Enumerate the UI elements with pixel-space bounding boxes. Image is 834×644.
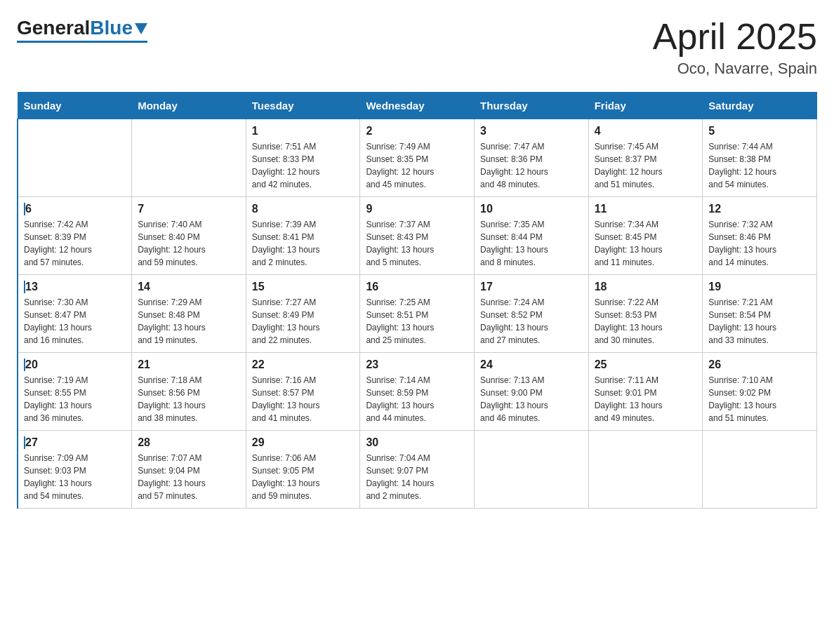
calendar-subtitle: Oco, Navarre, Spain — [653, 60, 817, 78]
logo: General Blue — [17, 17, 147, 43]
day-number: 6 — [24, 203, 126, 215]
calendar-cell: 19Sunrise: 7:21 AMSunset: 8:54 PMDayligh… — [703, 275, 817, 353]
header-friday: Friday — [588, 93, 703, 119]
calendar-cell: 2Sunrise: 7:49 AMSunset: 8:35 PMDaylight… — [360, 119, 475, 197]
calendar-cell — [18, 119, 132, 197]
calendar-cell: 16Sunrise: 7:25 AMSunset: 8:51 PMDayligh… — [360, 275, 475, 353]
day-number: 9 — [366, 203, 468, 215]
logo-general-text: General — [17, 17, 90, 39]
calendar-week-row: 27Sunrise: 7:09 AMSunset: 9:03 PMDayligh… — [18, 431, 817, 509]
day-number: 2 — [366, 125, 468, 137]
calendar-cell: 18Sunrise: 7:22 AMSunset: 8:53 PMDayligh… — [588, 275, 703, 353]
calendar-cell: 29Sunrise: 7:06 AMSunset: 9:05 PMDayligh… — [246, 431, 360, 509]
calendar-cell: 11Sunrise: 7:34 AMSunset: 8:45 PMDayligh… — [588, 197, 703, 275]
day-number: 25 — [595, 358, 697, 371]
day-info: Sunrise: 7:11 AMSunset: 9:01 PMDaylight:… — [595, 374, 697, 424]
day-number: 26 — [708, 358, 811, 371]
day-info: Sunrise: 7:24 AMSunset: 8:52 PMDaylight:… — [480, 296, 583, 347]
day-number: 22 — [252, 358, 355, 371]
calendar-title: April 2025 — [653, 17, 817, 57]
calendar-cell: 15Sunrise: 7:27 AMSunset: 8:49 PMDayligh… — [246, 275, 360, 353]
calendar-week-row: 13Sunrise: 7:30 AMSunset: 8:47 PMDayligh… — [18, 275, 817, 353]
header-thursday: Thursday — [475, 93, 589, 119]
day-info: Sunrise: 7:19 AMSunset: 8:55 PMDaylight:… — [24, 374, 126, 424]
calendar-cell: 23Sunrise: 7:14 AMSunset: 8:59 PMDayligh… — [360, 353, 475, 431]
page-header: General Blue April 2025 Oco, Navarre, Sp… — [17, 17, 817, 78]
logo-blue-text: Blue — [90, 17, 133, 39]
calendar-cell: 26Sunrise: 7:10 AMSunset: 9:02 PMDayligh… — [703, 353, 817, 431]
day-number: 29 — [252, 436, 355, 449]
calendar-cell — [588, 431, 703, 509]
day-number: 1 — [252, 125, 355, 137]
calendar-cell: 1Sunrise: 7:51 AMSunset: 8:33 PMDaylight… — [246, 119, 360, 197]
day-number: 30 — [366, 436, 468, 449]
day-number: 28 — [138, 436, 240, 449]
calendar-cell: 17Sunrise: 7:24 AMSunset: 8:52 PMDayligh… — [475, 275, 589, 353]
day-number: 27 — [24, 436, 126, 449]
calendar-cell: 7Sunrise: 7:40 AMSunset: 8:40 PMDaylight… — [132, 197, 246, 275]
day-info: Sunrise: 7:40 AMSunset: 8:40 PMDaylight:… — [138, 218, 240, 269]
calendar-cell: 10Sunrise: 7:35 AMSunset: 8:44 PMDayligh… — [475, 197, 589, 275]
day-info: Sunrise: 7:04 AMSunset: 9:07 PMDaylight:… — [366, 452, 468, 502]
day-info: Sunrise: 7:07 AMSunset: 9:04 PMDaylight:… — [138, 452, 240, 502]
calendar-cell: 27Sunrise: 7:09 AMSunset: 9:03 PMDayligh… — [18, 431, 132, 509]
calendar-cell: 12Sunrise: 7:32 AMSunset: 8:46 PMDayligh… — [703, 197, 817, 275]
day-number: 4 — [595, 125, 697, 137]
calendar-table: SundayMondayTuesdayWednesdayThursdayFrid… — [17, 92, 817, 509]
day-info: Sunrise: 7:47 AMSunset: 8:36 PMDaylight:… — [480, 140, 583, 191]
day-number: 7 — [138, 203, 240, 215]
calendar-cell: 24Sunrise: 7:13 AMSunset: 9:00 PMDayligh… — [475, 353, 589, 431]
day-info: Sunrise: 7:06 AMSunset: 9:05 PMDaylight:… — [252, 452, 355, 502]
day-number: 8 — [252, 203, 355, 215]
day-number: 17 — [480, 281, 583, 293]
day-number: 15 — [252, 281, 355, 293]
day-info: Sunrise: 7:49 AMSunset: 8:35 PMDaylight:… — [366, 140, 468, 191]
header-sunday: Sunday — [18, 93, 132, 119]
calendar-cell: 8Sunrise: 7:39 AMSunset: 8:41 PMDaylight… — [246, 197, 360, 275]
day-number: 18 — [595, 281, 697, 293]
calendar-cell: 25Sunrise: 7:11 AMSunset: 9:01 PMDayligh… — [588, 353, 703, 431]
day-number: 24 — [480, 358, 583, 371]
day-info: Sunrise: 7:18 AMSunset: 8:56 PMDaylight:… — [138, 374, 240, 424]
day-number: 14 — [138, 281, 240, 293]
day-info: Sunrise: 7:51 AMSunset: 8:33 PMDaylight:… — [252, 140, 355, 191]
calendar-cell — [132, 119, 246, 197]
calendar-cell: 28Sunrise: 7:07 AMSunset: 9:04 PMDayligh… — [132, 431, 246, 509]
calendar-cell: 30Sunrise: 7:04 AMSunset: 9:07 PMDayligh… — [360, 431, 475, 509]
day-info: Sunrise: 7:39 AMSunset: 8:41 PMDaylight:… — [252, 218, 355, 269]
day-info: Sunrise: 7:34 AMSunset: 8:45 PMDaylight:… — [595, 218, 697, 269]
day-info: Sunrise: 7:30 AMSunset: 8:47 PMDaylight:… — [24, 296, 126, 347]
calendar-week-row: 1Sunrise: 7:51 AMSunset: 8:33 PMDaylight… — [18, 119, 817, 197]
day-info: Sunrise: 7:35 AMSunset: 8:44 PMDaylight:… — [480, 218, 583, 269]
calendar-cell — [475, 431, 589, 509]
calendar-cell: 9Sunrise: 7:37 AMSunset: 8:43 PMDaylight… — [360, 197, 475, 275]
day-info: Sunrise: 7:10 AMSunset: 9:02 PMDaylight:… — [708, 374, 811, 424]
day-info: Sunrise: 7:09 AMSunset: 9:03 PMDaylight:… — [24, 452, 126, 502]
day-info: Sunrise: 7:25 AMSunset: 8:51 PMDaylight:… — [366, 296, 468, 347]
day-number: 20 — [24, 358, 126, 371]
day-number: 12 — [708, 203, 811, 215]
day-number: 10 — [480, 203, 583, 215]
day-info: Sunrise: 7:13 AMSunset: 9:00 PMDaylight:… — [480, 374, 583, 424]
logo-divider — [17, 41, 147, 43]
calendar-cell: 20Sunrise: 7:19 AMSunset: 8:55 PMDayligh… — [18, 353, 132, 431]
day-info: Sunrise: 7:16 AMSunset: 8:57 PMDaylight:… — [252, 374, 355, 424]
calendar-cell — [703, 431, 817, 509]
calendar-header-row: SundayMondayTuesdayWednesdayThursdayFrid… — [18, 93, 817, 119]
calendar-cell: 4Sunrise: 7:45 AMSunset: 8:37 PMDaylight… — [588, 119, 703, 197]
header-tuesday: Tuesday — [246, 93, 360, 119]
calendar-cell: 6Sunrise: 7:42 AMSunset: 8:39 PMDaylight… — [18, 197, 132, 275]
calendar-cell: 21Sunrise: 7:18 AMSunset: 8:56 PMDayligh… — [132, 353, 246, 431]
day-info: Sunrise: 7:37 AMSunset: 8:43 PMDaylight:… — [366, 218, 468, 269]
header-wednesday: Wednesday — [360, 93, 475, 119]
title-area: April 2025 Oco, Navarre, Spain — [653, 17, 817, 78]
day-info: Sunrise: 7:42 AMSunset: 8:39 PMDaylight:… — [24, 218, 126, 269]
day-info: Sunrise: 7:45 AMSunset: 8:37 PMDaylight:… — [595, 140, 697, 191]
calendar-week-row: 20Sunrise: 7:19 AMSunset: 8:55 PMDayligh… — [18, 353, 817, 431]
day-info: Sunrise: 7:27 AMSunset: 8:49 PMDaylight:… — [252, 296, 355, 347]
day-info: Sunrise: 7:29 AMSunset: 8:48 PMDaylight:… — [138, 296, 240, 347]
day-number: 19 — [708, 281, 811, 293]
day-info: Sunrise: 7:14 AMSunset: 8:59 PMDaylight:… — [366, 374, 468, 424]
day-number: 11 — [595, 203, 697, 215]
calendar-cell: 5Sunrise: 7:44 AMSunset: 8:38 PMDaylight… — [703, 119, 817, 197]
